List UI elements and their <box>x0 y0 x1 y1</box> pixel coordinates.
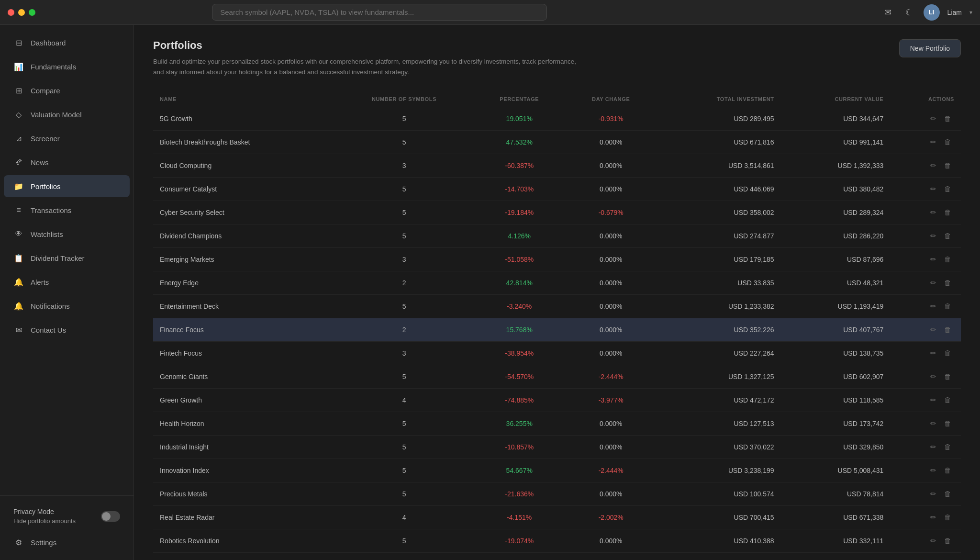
sidebar-item-news[interactable]: 🗞 News <box>4 151 130 173</box>
edit-button[interactable]: ✏ <box>927 253 939 266</box>
edit-button[interactable]: ✏ <box>927 394 939 406</box>
sidebar-item-contact-us[interactable]: ✉ Contact Us <box>4 319 130 341</box>
edit-button[interactable]: ✏ <box>927 300 939 313</box>
table-row[interactable]: Fintech Focus 3 -38.954% 0.000% USD 227,… <box>153 342 961 365</box>
cell-percentage: -51.058% <box>473 248 566 271</box>
sidebar-item-settings[interactable]: ⚙ Settings <box>4 531 130 553</box>
table-row[interactable]: Emerging Markets 3 -51.058% 0.000% USD 1… <box>153 248 961 271</box>
portfolios-icon: 📁 <box>13 181 24 191</box>
edit-button[interactable]: ✏ <box>927 230 939 242</box>
delete-button[interactable]: 🗑 <box>941 277 954 289</box>
maximize-button[interactable] <box>29 9 35 16</box>
delete-button[interactable]: 🗑 <box>941 394 954 406</box>
sidebar-item-fundamentals[interactable]: 📊 Fundamentals <box>4 56 130 78</box>
cell-current-value: USD 671,338 <box>781 506 891 529</box>
sidebar-item-alerts[interactable]: 🔔 Alerts <box>4 271 130 293</box>
table-row[interactable]: Cyber Security Select 5 -19.184% -0.679%… <box>153 201 961 224</box>
edit-button[interactable]: ✏ <box>927 441 939 453</box>
edit-button[interactable]: ✏ <box>927 112 939 125</box>
table-row[interactable]: Finance Focus 2 15.768% 0.000% USD 352,2… <box>153 318 961 342</box>
table-row[interactable]: Sustainable Solutions 5 -60.166% -2.907%… <box>153 553 961 560</box>
sidebar-item-screener[interactable]: ⊿ Screener <box>4 127 130 149</box>
delete-button[interactable]: 🗑 <box>941 441 954 453</box>
mail-icon[interactable]: ✉ <box>881 6 895 19</box>
sidebar-item-dividend-tracker[interactable]: 📋 Dividend Tracker <box>4 247 130 269</box>
edit-button[interactable]: ✏ <box>927 347 939 359</box>
edit-button[interactable]: ✏ <box>927 183 939 195</box>
edit-button[interactable]: ✏ <box>927 558 939 560</box>
user-name[interactable]: Liam <box>947 9 962 16</box>
table-row[interactable]: 5G Growth 5 19.051% -0.931% USD 289,495 … <box>153 107 961 131</box>
search-bar[interactable] <box>212 4 547 21</box>
edit-button[interactable]: ✏ <box>927 324 939 336</box>
dashboard-icon: ⊟ <box>13 37 24 48</box>
edit-button[interactable]: ✏ <box>927 206 939 219</box>
delete-button[interactable]: 🗑 <box>941 558 954 560</box>
table-row[interactable]: Innovation Index 5 54.667% -2.444% USD 3… <box>153 459 961 482</box>
sidebar-item-compare[interactable]: ⊞ Compare <box>4 79 130 101</box>
cell-total-investment: USD 358,002 <box>656 201 780 224</box>
table-row[interactable]: Cloud Computing 3 -60.387% 0.000% USD 3,… <box>153 154 961 178</box>
delete-button[interactable]: 🗑 <box>941 253 954 265</box>
table-row[interactable]: Genomic Giants 5 -54.570% -2.444% USD 1,… <box>153 365 961 389</box>
minimize-button[interactable] <box>18 9 25 16</box>
avatar[interactable]: LI <box>924 4 940 21</box>
table-row[interactable]: Energy Edge 2 42.814% 0.000% USD 33,835 … <box>153 271 961 295</box>
table-row[interactable]: Precious Metals 5 -21.636% 0.000% USD 10… <box>153 482 961 506</box>
table-row[interactable]: Biotech Breakthroughs Basket 5 47.532% 0… <box>153 131 961 154</box>
edit-button[interactable]: ✏ <box>927 488 939 500</box>
delete-button[interactable]: 🗑 <box>941 417 954 429</box>
cell-actions: ✏ 🗑 <box>890 178 961 201</box>
delete-button[interactable]: 🗑 <box>941 159 954 171</box>
sidebar-label-fundamentals: Fundamentals <box>31 63 76 71</box>
table-row[interactable]: Robotics Revolution 5 -19.074% 0.000% US… <box>153 529 961 553</box>
edit-button[interactable]: ✏ <box>927 511 939 524</box>
delete-button[interactable]: 🗑 <box>941 324 954 336</box>
delete-button[interactable]: 🗑 <box>941 183 954 195</box>
edit-button[interactable]: ✏ <box>927 464 939 477</box>
edit-button[interactable]: ✏ <box>927 277 939 289</box>
moon-icon[interactable]: ☾ <box>902 6 916 19</box>
edit-button[interactable]: ✏ <box>927 136 939 148</box>
edit-button[interactable]: ✏ <box>927 535 939 547</box>
edit-button[interactable]: ✏ <box>927 159 939 172</box>
sidebar-item-dashboard[interactable]: ⊟ Dashboard <box>4 32 130 54</box>
sidebar-item-portfolios[interactable]: 📁 Portfolios <box>4 175 130 197</box>
cell-total-investment: USD 227,264 <box>656 342 780 365</box>
cell-day-change: -0.679% <box>566 201 656 224</box>
table-row[interactable]: Health Horizon 5 36.255% 0.000% USD 127,… <box>153 412 961 436</box>
edit-button[interactable]: ✏ <box>927 370 939 383</box>
table-row[interactable]: Industrial Insight 5 -10.857% 0.000% USD… <box>153 436 961 459</box>
delete-button[interactable]: 🗑 <box>941 347 954 359</box>
edit-button[interactable]: ✏ <box>927 417 939 430</box>
sidebar-item-transactions[interactable]: ≡ Transactions <box>4 199 130 221</box>
close-button[interactable] <box>8 9 14 16</box>
main-content: Portfolios Build and optimize your perso… <box>134 25 980 560</box>
delete-button[interactable]: 🗑 <box>941 488 954 500</box>
new-portfolio-button[interactable]: New Portfolio <box>899 39 961 57</box>
delete-button[interactable]: 🗑 <box>941 511 954 523</box>
table-row[interactable]: Real Estate Radar 4 -4.151% -2.002% USD … <box>153 506 961 529</box>
chevron-down-icon[interactable]: ▾ <box>969 9 972 16</box>
table-row[interactable]: Entertainment Deck 5 -3.240% 0.000% USD … <box>153 295 961 318</box>
delete-button[interactable]: 🗑 <box>941 112 954 124</box>
cell-percentage: 4.126% <box>473 224 566 248</box>
table-row[interactable]: Green Growth 4 -74.885% -3.977% USD 472,… <box>153 389 961 412</box>
table-row[interactable]: Dividend Champions 5 4.126% 0.000% USD 2… <box>153 224 961 248</box>
delete-button[interactable]: 🗑 <box>941 300 954 312</box>
sidebar-item-notifications[interactable]: 🔔 Notifications <box>4 295 130 317</box>
cell-symbols: 4 <box>335 389 473 412</box>
delete-button[interactable]: 🗑 <box>941 464 954 476</box>
cell-day-change: 0.000% <box>566 271 656 295</box>
delete-button[interactable]: 🗑 <box>941 230 954 242</box>
delete-button[interactable]: 🗑 <box>941 136 954 148</box>
privacy-toggle[interactable] <box>101 511 120 522</box>
delete-button[interactable]: 🗑 <box>941 206 954 218</box>
cell-actions: ✏ 🗑 <box>890 365 961 389</box>
sidebar-item-valuation-model[interactable]: ◇ Valuation Model <box>4 103 130 125</box>
search-input[interactable] <box>212 4 547 21</box>
delete-button[interactable]: 🗑 <box>941 370 954 382</box>
table-row[interactable]: Consumer Catalyst 5 -14.703% 0.000% USD … <box>153 178 961 201</box>
sidebar-item-watchlists[interactable]: 👁 Watchlists <box>4 223 130 245</box>
delete-button[interactable]: 🗑 <box>941 535 954 547</box>
